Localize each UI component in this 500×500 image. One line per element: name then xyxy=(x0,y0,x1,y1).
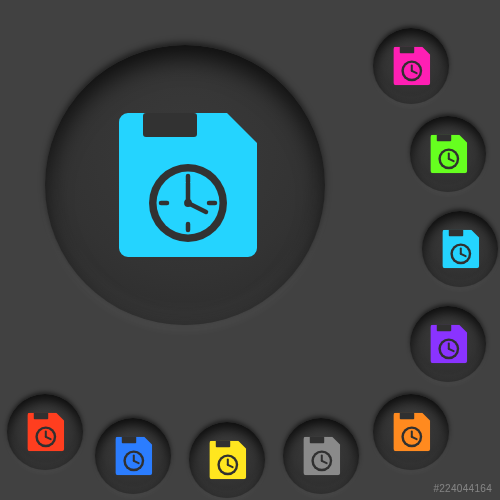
swatch-button-cyan[interactable] xyxy=(422,211,498,287)
file-time-icon xyxy=(391,46,431,86)
file-time-icon xyxy=(301,436,341,476)
file-time-icon xyxy=(428,134,468,174)
swatch-button-blue[interactable] xyxy=(95,418,171,494)
file-time-icon xyxy=(25,412,65,452)
svg-point-10 xyxy=(184,199,192,207)
file-time-icon xyxy=(440,229,480,269)
svg-rect-24 xyxy=(449,230,463,236)
file-time-icon xyxy=(110,110,260,260)
svg-rect-42 xyxy=(310,437,324,443)
svg-rect-36 xyxy=(400,413,414,419)
file-time-icon xyxy=(391,412,431,452)
svg-rect-60 xyxy=(34,413,48,419)
file-time-icon xyxy=(113,436,153,476)
swatch-button-red[interactable] xyxy=(7,394,83,470)
svg-rect-18 xyxy=(437,135,451,141)
icon-swatch-stage: #224044164 xyxy=(0,0,500,500)
swatch-button-lime[interactable] xyxy=(410,116,486,192)
swatch-button-grey[interactable] xyxy=(283,418,359,494)
swatch-button-magenta[interactable] xyxy=(373,28,449,104)
svg-rect-48 xyxy=(216,441,230,447)
swatch-button-orange[interactable] xyxy=(373,394,449,470)
svg-rect-12 xyxy=(400,47,414,53)
svg-rect-1 xyxy=(143,113,197,137)
stock-watermark: #224044164 xyxy=(433,483,492,494)
swatch-button-violet[interactable] xyxy=(410,306,486,382)
main-push-button[interactable] xyxy=(45,45,325,325)
svg-rect-30 xyxy=(437,325,451,331)
swatch-button-yellow[interactable] xyxy=(189,422,265,498)
file-time-icon xyxy=(428,324,468,364)
svg-rect-54 xyxy=(122,437,136,443)
file-time-icon xyxy=(207,440,247,480)
